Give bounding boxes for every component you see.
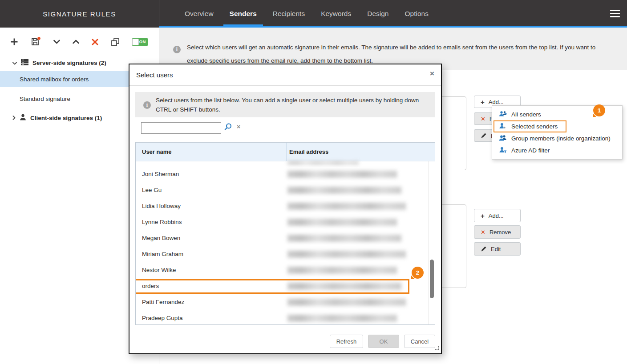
all-senders-icon bbox=[499, 111, 507, 119]
menu-item-label: Selected senders bbox=[511, 123, 558, 130]
table-row[interactable]: orders bbox=[136, 278, 435, 294]
blurred-email bbox=[287, 315, 397, 322]
hamburger-menu-icon[interactable] bbox=[610, 10, 620, 17]
tab-senders[interactable]: Senders bbox=[230, 0, 257, 28]
pencil-icon bbox=[481, 246, 487, 252]
delete-x-icon bbox=[92, 39, 98, 45]
scrollbar-gutter bbox=[429, 161, 429, 324]
menu-item-label: Azure AD filter bbox=[511, 147, 550, 154]
table-row[interactable]: Patti Fernandez bbox=[136, 294, 435, 310]
user-icon bbox=[20, 114, 26, 122]
step-badge-2: 2 bbox=[412, 267, 424, 279]
app-window: SIGNATURE RULES OverviewSendersRecipient… bbox=[0, 0, 627, 364]
blurred-email bbox=[287, 267, 397, 274]
exclude-remove-button[interactable]: ✕ Remove bbox=[474, 225, 521, 239]
add-signature-button[interactable] bbox=[10, 37, 19, 46]
exclude-edit-button[interactable]: Edit bbox=[474, 242, 521, 256]
exclude-add-label: Add... bbox=[489, 212, 504, 219]
user-name-cell: Megan Bowen bbox=[136, 235, 180, 241]
remove-x-icon: ✕ bbox=[481, 229, 485, 236]
table-row[interactable]: Lidia Holloway bbox=[136, 198, 435, 214]
refresh-button[interactable]: Refresh bbox=[330, 335, 363, 348]
move-up-button[interactable] bbox=[72, 39, 80, 44]
table-row[interactable]: Joni Sherman bbox=[136, 166, 435, 182]
dialog-divider bbox=[129, 85, 441, 86]
plus-icon bbox=[10, 37, 19, 46]
search-icon[interactable] bbox=[224, 123, 232, 133]
menu-item-azure-ad-filter[interactable]: Azure AD filter bbox=[492, 144, 622, 156]
blurred-email bbox=[287, 251, 406, 258]
move-down-button[interactable] bbox=[53, 39, 61, 44]
toggle-on-label: ON bbox=[139, 39, 146, 44]
delete-signature-button[interactable] bbox=[92, 39, 98, 45]
cancel-button[interactable]: Cancel bbox=[404, 335, 435, 348]
table-row[interactable]: Nestor Wilke bbox=[136, 262, 435, 278]
include-add-label: Add... bbox=[489, 99, 504, 105]
blurred-email bbox=[287, 299, 406, 306]
chevron-down-icon bbox=[53, 39, 61, 44]
clone-signature-button[interactable] bbox=[110, 37, 120, 46]
step-badge-1: 1 bbox=[593, 104, 605, 116]
toggle-knob bbox=[132, 39, 139, 45]
select-users-dialog: Select users × i Select users from the l… bbox=[129, 64, 442, 354]
menu-item-label: Group members (inside organization) bbox=[511, 135, 611, 142]
user-name-cell: Nestor Wilke bbox=[136, 267, 176, 273]
close-icon[interactable]: × bbox=[430, 69, 434, 78]
blurred-email bbox=[287, 235, 401, 242]
column-header-email-address[interactable]: Email address bbox=[286, 143, 435, 161]
pencil-icon bbox=[481, 132, 487, 139]
blurred-email bbox=[287, 203, 406, 210]
copy-icon bbox=[110, 37, 120, 46]
info-icon: i bbox=[143, 101, 151, 109]
chevron-up-icon bbox=[72, 39, 80, 44]
blurred-email bbox=[287, 187, 401, 194]
save-button[interactable] bbox=[31, 37, 41, 47]
selected-senders-icon bbox=[499, 123, 507, 131]
users-table: User name Email address Joni ShermanLee … bbox=[135, 142, 435, 325]
menu-item-group-members-inside-organization[interactable]: Group members (inside organization) bbox=[492, 132, 622, 144]
chevron-right-icon[interactable] bbox=[12, 115, 16, 121]
user-name-cell: Lee Gu bbox=[136, 187, 162, 193]
column-header-user-name[interactable]: User name bbox=[136, 148, 286, 155]
blurred-email bbox=[287, 171, 397, 178]
user-name-cell: orders bbox=[136, 283, 159, 289]
clear-search-icon[interactable]: × bbox=[237, 123, 240, 130]
resize-grip-icon[interactable] bbox=[435, 344, 440, 352]
table-row[interactable]: Miriam Graham bbox=[136, 246, 435, 262]
dialog-title: Select users bbox=[136, 71, 173, 79]
table-row[interactable]: Lynne Robbins bbox=[136, 214, 435, 230]
user-name-cell: Miriam Graham bbox=[136, 251, 183, 257]
chevron-down-icon[interactable] bbox=[12, 60, 17, 66]
save-icon bbox=[31, 37, 41, 47]
table-row[interactable]: Lee Gu bbox=[136, 182, 435, 198]
user-name-cell: Lynne Robbins bbox=[136, 219, 182, 225]
ok-button[interactable]: OK bbox=[368, 335, 399, 348]
tab-recipients[interactable]: Recipients bbox=[273, 0, 305, 28]
azure-ad-filter-icon bbox=[499, 147, 507, 155]
rule-enabled-toggle[interactable]: ON bbox=[132, 38, 148, 46]
exclude-add-button[interactable]: + Add... bbox=[474, 209, 521, 222]
tree-group-label: Server-side signatures (2) bbox=[32, 60, 106, 66]
plus-icon: + bbox=[481, 212, 485, 220]
server-icon bbox=[21, 59, 28, 67]
search-input[interactable] bbox=[141, 122, 221, 134]
user-name-cell: Joni Sherman bbox=[136, 171, 179, 177]
menu-item-selected-senders[interactable]: Selected senders bbox=[492, 120, 622, 132]
tab-keywords[interactable]: Keywords bbox=[321, 0, 351, 28]
app-title: SIGNATURE RULES bbox=[0, 0, 159, 28]
blurred-email bbox=[287, 283, 401, 290]
user-name-cell: Patti Fernandez bbox=[136, 299, 184, 305]
plus-icon: + bbox=[481, 98, 485, 106]
tab-overview[interactable]: Overview bbox=[185, 0, 214, 28]
tab-bar: OverviewSendersRecipientsKeywordsDesignO… bbox=[159, 0, 627, 28]
exclude-remove-label: Remove bbox=[489, 229, 511, 236]
signature-toolbar: ON bbox=[0, 34, 158, 50]
user-name-cell: Pradeep Gupta bbox=[136, 315, 183, 321]
tab-design[interactable]: Design bbox=[367, 0, 388, 28]
tab-accent-line bbox=[159, 26, 627, 28]
table-row[interactable]: Pradeep Gupta bbox=[136, 310, 435, 325]
scrollbar-thumb[interactable] bbox=[430, 260, 434, 298]
table-row[interactable]: Megan Bowen bbox=[136, 230, 435, 246]
remove-x-icon: ✕ bbox=[481, 116, 485, 122]
tab-options[interactable]: Options bbox=[405, 0, 428, 28]
